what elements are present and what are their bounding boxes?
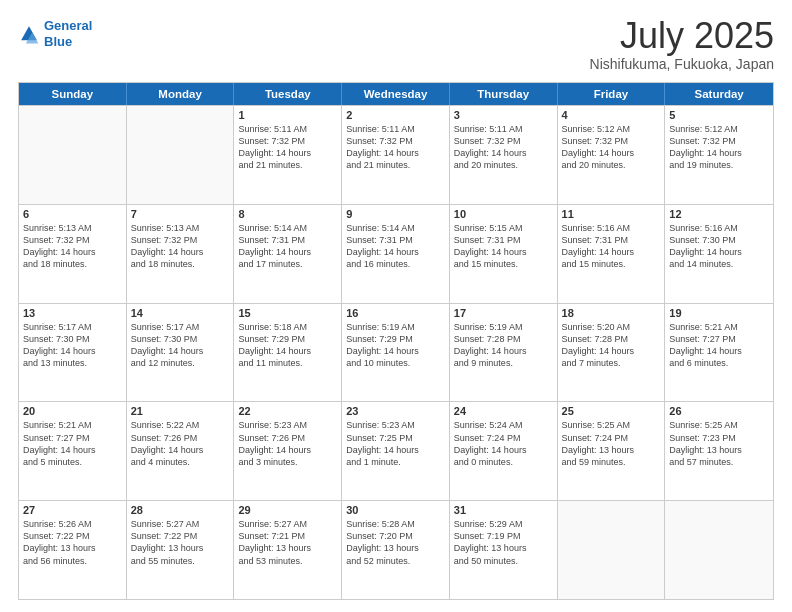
cal-cell-21: 21Sunrise: 5:22 AMSunset: 7:26 PMDayligh… — [127, 402, 235, 500]
logo-text: General Blue — [44, 18, 92, 49]
cell-line: and 17 minutes. — [238, 258, 337, 270]
cal-cell-19: 19Sunrise: 5:21 AMSunset: 7:27 PMDayligh… — [665, 304, 773, 402]
weekday-header-wednesday: Wednesday — [342, 83, 450, 105]
cell-line: Daylight: 14 hours — [346, 444, 445, 456]
cell-line: and 18 minutes. — [131, 258, 230, 270]
cell-line: Daylight: 14 hours — [454, 444, 553, 456]
day-number: 23 — [346, 405, 445, 417]
cell-line: Sunset: 7:30 PM — [669, 234, 769, 246]
weekday-header-saturday: Saturday — [665, 83, 773, 105]
cell-line: and 57 minutes. — [669, 456, 769, 468]
cell-line: Daylight: 14 hours — [131, 444, 230, 456]
day-number: 7 — [131, 208, 230, 220]
cell-line: Sunrise: 5:12 AM — [669, 123, 769, 135]
cell-line: and 53 minutes. — [238, 555, 337, 567]
cell-line: Sunset: 7:21 PM — [238, 530, 337, 542]
cell-line: Daylight: 14 hours — [669, 345, 769, 357]
cal-cell-7: 7Sunrise: 5:13 AMSunset: 7:32 PMDaylight… — [127, 205, 235, 303]
cell-line: Sunrise: 5:29 AM — [454, 518, 553, 530]
cell-line: and 5 minutes. — [23, 456, 122, 468]
cell-line: Sunrise: 5:16 AM — [669, 222, 769, 234]
cal-cell-9: 9Sunrise: 5:14 AMSunset: 7:31 PMDaylight… — [342, 205, 450, 303]
cell-line: Sunrise: 5:25 AM — [562, 419, 661, 431]
cal-row-1: 6Sunrise: 5:13 AMSunset: 7:32 PMDaylight… — [19, 204, 773, 303]
cal-cell-empty — [127, 106, 235, 204]
cell-line: Sunset: 7:29 PM — [346, 333, 445, 345]
cell-line: Daylight: 13 hours — [669, 444, 769, 456]
cal-cell-22: 22Sunrise: 5:23 AMSunset: 7:26 PMDayligh… — [234, 402, 342, 500]
weekday-header-sunday: Sunday — [19, 83, 127, 105]
calendar-header: SundayMondayTuesdayWednesdayThursdayFrid… — [19, 83, 773, 105]
cell-line: Sunrise: 5:13 AM — [131, 222, 230, 234]
logo-line2: Blue — [44, 34, 72, 49]
logo-line1: General — [44, 18, 92, 33]
cell-line: and 3 minutes. — [238, 456, 337, 468]
cell-line: Sunrise: 5:12 AM — [562, 123, 661, 135]
day-number: 9 — [346, 208, 445, 220]
cell-line: Daylight: 14 hours — [23, 345, 122, 357]
day-number: 16 — [346, 307, 445, 319]
cell-line: Daylight: 13 hours — [131, 542, 230, 554]
day-number: 30 — [346, 504, 445, 516]
cell-line: Sunrise: 5:19 AM — [454, 321, 553, 333]
cell-line: and 18 minutes. — [23, 258, 122, 270]
cell-line: Daylight: 14 hours — [23, 444, 122, 456]
day-number: 25 — [562, 405, 661, 417]
cell-line: Sunset: 7:32 PM — [562, 135, 661, 147]
cal-cell-23: 23Sunrise: 5:23 AMSunset: 7:25 PMDayligh… — [342, 402, 450, 500]
cell-line: Daylight: 13 hours — [454, 542, 553, 554]
logo: General Blue — [18, 18, 92, 49]
cal-cell-26: 26Sunrise: 5:25 AMSunset: 7:23 PMDayligh… — [665, 402, 773, 500]
day-number: 10 — [454, 208, 553, 220]
day-number: 21 — [131, 405, 230, 417]
cell-line: and 7 minutes. — [562, 357, 661, 369]
header: General Blue July 2025 Nishifukuma, Fuku… — [18, 18, 774, 72]
cell-line: and 20 minutes. — [562, 159, 661, 171]
cell-line: Sunrise: 5:24 AM — [454, 419, 553, 431]
cal-cell-3: 3Sunrise: 5:11 AMSunset: 7:32 PMDaylight… — [450, 106, 558, 204]
day-number: 2 — [346, 109, 445, 121]
cal-cell-27: 27Sunrise: 5:26 AMSunset: 7:22 PMDayligh… — [19, 501, 127, 599]
cell-line: Sunrise: 5:14 AM — [238, 222, 337, 234]
cal-cell-1: 1Sunrise: 5:11 AMSunset: 7:32 PMDaylight… — [234, 106, 342, 204]
cell-line: Daylight: 14 hours — [669, 246, 769, 258]
cell-line: Sunrise: 5:11 AM — [346, 123, 445, 135]
cell-line: Sunrise: 5:23 AM — [238, 419, 337, 431]
cal-cell-empty — [558, 501, 666, 599]
weekday-header-thursday: Thursday — [450, 83, 558, 105]
cell-line: Sunrise: 5:26 AM — [23, 518, 122, 530]
weekday-header-tuesday: Tuesday — [234, 83, 342, 105]
day-number: 14 — [131, 307, 230, 319]
cell-line: Daylight: 13 hours — [562, 444, 661, 456]
cell-line: Daylight: 14 hours — [23, 246, 122, 258]
cal-cell-31: 31Sunrise: 5:29 AMSunset: 7:19 PMDayligh… — [450, 501, 558, 599]
cell-line: Sunrise: 5:25 AM — [669, 419, 769, 431]
cell-line: Sunrise: 5:19 AM — [346, 321, 445, 333]
cal-cell-16: 16Sunrise: 5:19 AMSunset: 7:29 PMDayligh… — [342, 304, 450, 402]
cell-line: Sunset: 7:24 PM — [562, 432, 661, 444]
cal-cell-5: 5Sunrise: 5:12 AMSunset: 7:32 PMDaylight… — [665, 106, 773, 204]
cell-line: Sunrise: 5:16 AM — [562, 222, 661, 234]
day-number: 1 — [238, 109, 337, 121]
cell-line: Daylight: 14 hours — [562, 147, 661, 159]
calendar: SundayMondayTuesdayWednesdayThursdayFrid… — [18, 82, 774, 600]
cal-row-3: 20Sunrise: 5:21 AMSunset: 7:27 PMDayligh… — [19, 401, 773, 500]
cal-cell-11: 11Sunrise: 5:16 AMSunset: 7:31 PMDayligh… — [558, 205, 666, 303]
cell-line: Sunset: 7:22 PM — [131, 530, 230, 542]
cell-line: Sunset: 7:32 PM — [238, 135, 337, 147]
cal-cell-20: 20Sunrise: 5:21 AMSunset: 7:27 PMDayligh… — [19, 402, 127, 500]
day-number: 8 — [238, 208, 337, 220]
cal-row-2: 13Sunrise: 5:17 AMSunset: 7:30 PMDayligh… — [19, 303, 773, 402]
cell-line: Daylight: 14 hours — [562, 246, 661, 258]
cell-line: and 21 minutes. — [346, 159, 445, 171]
cal-cell-30: 30Sunrise: 5:28 AMSunset: 7:20 PMDayligh… — [342, 501, 450, 599]
cell-line: Sunrise: 5:13 AM — [23, 222, 122, 234]
cell-line: Sunrise: 5:27 AM — [238, 518, 337, 530]
cal-row-0: 1Sunrise: 5:11 AMSunset: 7:32 PMDaylight… — [19, 105, 773, 204]
cell-line: Sunrise: 5:22 AM — [131, 419, 230, 431]
cell-line: Daylight: 14 hours — [346, 147, 445, 159]
cell-line: and 1 minute. — [346, 456, 445, 468]
day-number: 19 — [669, 307, 769, 319]
cell-line: Sunset: 7:31 PM — [346, 234, 445, 246]
cell-line: Sunset: 7:31 PM — [562, 234, 661, 246]
